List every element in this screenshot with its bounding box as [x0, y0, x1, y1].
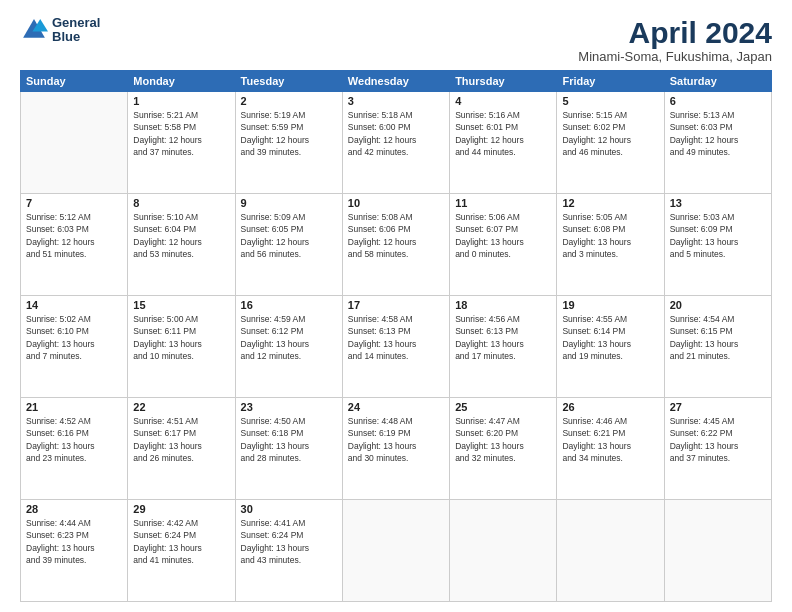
- day-info: Sunrise: 4:46 AM Sunset: 6:21 PM Dayligh…: [562, 415, 658, 464]
- day-info: Sunrise: 4:51 AM Sunset: 6:17 PM Dayligh…: [133, 415, 229, 464]
- day-info: Sunrise: 4:54 AM Sunset: 6:15 PM Dayligh…: [670, 313, 766, 362]
- calendar-cell: [21, 92, 128, 194]
- week-row-4: 21Sunrise: 4:52 AM Sunset: 6:16 PM Dayli…: [21, 398, 772, 500]
- calendar-cell: 6Sunrise: 5:13 AM Sunset: 6:03 PM Daylig…: [664, 92, 771, 194]
- title-block: April 2024 Minami-Soma, Fukushima, Japan: [578, 16, 772, 64]
- calendar-cell: 9Sunrise: 5:09 AM Sunset: 6:05 PM Daylig…: [235, 194, 342, 296]
- day-number: 15: [133, 299, 229, 311]
- calendar-cell: 26Sunrise: 4:46 AM Sunset: 6:21 PM Dayli…: [557, 398, 664, 500]
- day-info: Sunrise: 5:15 AM Sunset: 6:02 PM Dayligh…: [562, 109, 658, 158]
- calendar-cell: [557, 500, 664, 602]
- day-info: Sunrise: 5:02 AM Sunset: 6:10 PM Dayligh…: [26, 313, 122, 362]
- day-info: Sunrise: 5:13 AM Sunset: 6:03 PM Dayligh…: [670, 109, 766, 158]
- calendar-cell: 18Sunrise: 4:56 AM Sunset: 6:13 PM Dayli…: [450, 296, 557, 398]
- calendar-cell: 14Sunrise: 5:02 AM Sunset: 6:10 PM Dayli…: [21, 296, 128, 398]
- day-info: Sunrise: 5:12 AM Sunset: 6:03 PM Dayligh…: [26, 211, 122, 260]
- day-number: 20: [670, 299, 766, 311]
- day-number: 1: [133, 95, 229, 107]
- day-info: Sunrise: 4:58 AM Sunset: 6:13 PM Dayligh…: [348, 313, 444, 362]
- calendar-cell: [450, 500, 557, 602]
- day-info: Sunrise: 5:18 AM Sunset: 6:00 PM Dayligh…: [348, 109, 444, 158]
- calendar-cell: 27Sunrise: 4:45 AM Sunset: 6:22 PM Dayli…: [664, 398, 771, 500]
- day-number: 7: [26, 197, 122, 209]
- day-info: Sunrise: 4:56 AM Sunset: 6:13 PM Dayligh…: [455, 313, 551, 362]
- day-number: 8: [133, 197, 229, 209]
- logo-line1: General: [52, 16, 100, 30]
- calendar-cell: 16Sunrise: 4:59 AM Sunset: 6:12 PM Dayli…: [235, 296, 342, 398]
- day-info: Sunrise: 4:55 AM Sunset: 6:14 PM Dayligh…: [562, 313, 658, 362]
- header: General Blue April 2024 Minami-Soma, Fuk…: [20, 16, 772, 64]
- day-number: 27: [670, 401, 766, 413]
- calendar-cell: 24Sunrise: 4:48 AM Sunset: 6:19 PM Dayli…: [342, 398, 449, 500]
- day-info: Sunrise: 5:09 AM Sunset: 6:05 PM Dayligh…: [241, 211, 337, 260]
- day-number: 6: [670, 95, 766, 107]
- calendar-cell: 4Sunrise: 5:16 AM Sunset: 6:01 PM Daylig…: [450, 92, 557, 194]
- logo-line2: Blue: [52, 30, 100, 44]
- day-info: Sunrise: 5:03 AM Sunset: 6:09 PM Dayligh…: [670, 211, 766, 260]
- calendar-page: General Blue April 2024 Minami-Soma, Fuk…: [0, 0, 792, 612]
- day-info: Sunrise: 4:47 AM Sunset: 6:20 PM Dayligh…: [455, 415, 551, 464]
- day-info: Sunrise: 4:48 AM Sunset: 6:19 PM Dayligh…: [348, 415, 444, 464]
- day-info: Sunrise: 5:19 AM Sunset: 5:59 PM Dayligh…: [241, 109, 337, 158]
- logo: General Blue: [20, 16, 100, 45]
- day-number: 29: [133, 503, 229, 515]
- calendar-cell: 23Sunrise: 4:50 AM Sunset: 6:18 PM Dayli…: [235, 398, 342, 500]
- day-number: 11: [455, 197, 551, 209]
- day-number: 2: [241, 95, 337, 107]
- calendar-cell: [664, 500, 771, 602]
- calendar-cell: 17Sunrise: 4:58 AM Sunset: 6:13 PM Dayli…: [342, 296, 449, 398]
- day-header-saturday: Saturday: [664, 71, 771, 92]
- day-header-monday: Monday: [128, 71, 235, 92]
- day-number: 13: [670, 197, 766, 209]
- day-number: 12: [562, 197, 658, 209]
- logo-text: General Blue: [52, 16, 100, 45]
- day-info: Sunrise: 4:50 AM Sunset: 6:18 PM Dayligh…: [241, 415, 337, 464]
- day-number: 17: [348, 299, 444, 311]
- day-info: Sunrise: 5:05 AM Sunset: 6:08 PM Dayligh…: [562, 211, 658, 260]
- calendar-cell: 12Sunrise: 5:05 AM Sunset: 6:08 PM Dayli…: [557, 194, 664, 296]
- day-number: 5: [562, 95, 658, 107]
- calendar-cell: 2Sunrise: 5:19 AM Sunset: 5:59 PM Daylig…: [235, 92, 342, 194]
- day-number: 4: [455, 95, 551, 107]
- day-header-tuesday: Tuesday: [235, 71, 342, 92]
- day-header-thursday: Thursday: [450, 71, 557, 92]
- calendar-cell: 10Sunrise: 5:08 AM Sunset: 6:06 PM Dayli…: [342, 194, 449, 296]
- day-number: 19: [562, 299, 658, 311]
- day-info: Sunrise: 4:44 AM Sunset: 6:23 PM Dayligh…: [26, 517, 122, 566]
- day-number: 26: [562, 401, 658, 413]
- logo-icon: [20, 16, 48, 44]
- day-number: 22: [133, 401, 229, 413]
- day-info: Sunrise: 4:42 AM Sunset: 6:24 PM Dayligh…: [133, 517, 229, 566]
- week-row-1: 1Sunrise: 5:21 AM Sunset: 5:58 PM Daylig…: [21, 92, 772, 194]
- calendar-cell: 11Sunrise: 5:06 AM Sunset: 6:07 PM Dayli…: [450, 194, 557, 296]
- calendar-title: April 2024: [578, 16, 772, 49]
- calendar-cell: 22Sunrise: 4:51 AM Sunset: 6:17 PM Dayli…: [128, 398, 235, 500]
- day-info: Sunrise: 4:41 AM Sunset: 6:24 PM Dayligh…: [241, 517, 337, 566]
- calendar-cell: 15Sunrise: 5:00 AM Sunset: 6:11 PM Dayli…: [128, 296, 235, 398]
- day-info: Sunrise: 4:59 AM Sunset: 6:12 PM Dayligh…: [241, 313, 337, 362]
- day-number: 25: [455, 401, 551, 413]
- day-number: 23: [241, 401, 337, 413]
- day-number: 18: [455, 299, 551, 311]
- calendar-cell: 28Sunrise: 4:44 AM Sunset: 6:23 PM Dayli…: [21, 500, 128, 602]
- day-info: Sunrise: 5:10 AM Sunset: 6:04 PM Dayligh…: [133, 211, 229, 260]
- day-info: Sunrise: 5:00 AM Sunset: 6:11 PM Dayligh…: [133, 313, 229, 362]
- calendar-cell: [342, 500, 449, 602]
- calendar-cell: 20Sunrise: 4:54 AM Sunset: 6:15 PM Dayli…: [664, 296, 771, 398]
- calendar-table: SundayMondayTuesdayWednesdayThursdayFrid…: [20, 70, 772, 602]
- day-number: 16: [241, 299, 337, 311]
- week-row-2: 7Sunrise: 5:12 AM Sunset: 6:03 PM Daylig…: [21, 194, 772, 296]
- day-header-sunday: Sunday: [21, 71, 128, 92]
- week-row-3: 14Sunrise: 5:02 AM Sunset: 6:10 PM Dayli…: [21, 296, 772, 398]
- calendar-cell: 13Sunrise: 5:03 AM Sunset: 6:09 PM Dayli…: [664, 194, 771, 296]
- day-header-wednesday: Wednesday: [342, 71, 449, 92]
- calendar-cell: 19Sunrise: 4:55 AM Sunset: 6:14 PM Dayli…: [557, 296, 664, 398]
- day-info: Sunrise: 5:21 AM Sunset: 5:58 PM Dayligh…: [133, 109, 229, 158]
- calendar-cell: 30Sunrise: 4:41 AM Sunset: 6:24 PM Dayli…: [235, 500, 342, 602]
- day-info: Sunrise: 4:52 AM Sunset: 6:16 PM Dayligh…: [26, 415, 122, 464]
- calendar-cell: 8Sunrise: 5:10 AM Sunset: 6:04 PM Daylig…: [128, 194, 235, 296]
- day-number: 24: [348, 401, 444, 413]
- calendar-cell: 7Sunrise: 5:12 AM Sunset: 6:03 PM Daylig…: [21, 194, 128, 296]
- calendar-cell: 29Sunrise: 4:42 AM Sunset: 6:24 PM Dayli…: [128, 500, 235, 602]
- calendar-cell: 5Sunrise: 5:15 AM Sunset: 6:02 PM Daylig…: [557, 92, 664, 194]
